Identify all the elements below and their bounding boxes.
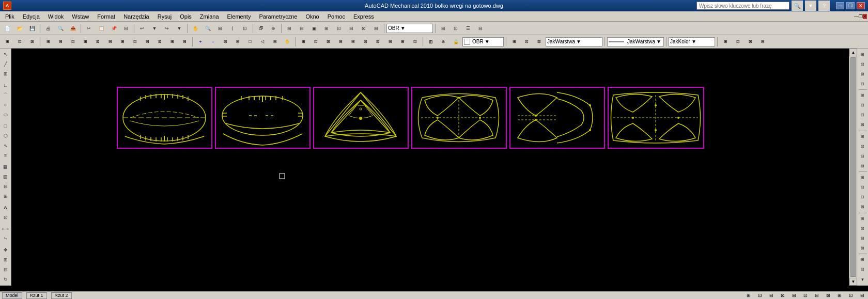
tb2-ly2[interactable]: ⊡ xyxy=(521,37,532,47)
rt-btn12[interactable]: ⊠ xyxy=(858,161,867,170)
rt-btn7[interactable]: ⊟ xyxy=(858,111,867,120)
mirror-tool[interactable]: ⊟ xyxy=(1,265,10,274)
menu-edycja[interactable]: Edycja xyxy=(19,11,44,21)
rect-tool[interactable]: □ xyxy=(1,121,10,131)
tb2-7[interactable]: ⊞ xyxy=(80,37,91,47)
canvas-area[interactable] xyxy=(11,49,849,286)
scroll-up-button[interactable]: ▲ xyxy=(849,49,857,56)
zoom-window-button[interactable]: ⊞ xyxy=(214,23,226,34)
tb2-zoom-win2[interactable]: □ xyxy=(244,37,256,47)
plot-style-button[interactable]: ⊞ xyxy=(720,37,731,47)
line-tool[interactable]: ╱ xyxy=(1,59,10,69)
mtext-tool[interactable]: ⊡ xyxy=(1,213,10,222)
tb2-zoom-out[interactable]: − xyxy=(207,37,219,47)
otrack-button[interactable]: ⊡ xyxy=(802,293,809,298)
tb2-10[interactable]: ⊞ xyxy=(117,37,128,47)
matchprop-button[interactable]: ⊟ xyxy=(120,23,132,34)
tb-extra3[interactable]: ▣ xyxy=(308,23,320,34)
tb2-15[interactable]: ⊟ xyxy=(179,37,190,47)
paste-button[interactable]: 📌 xyxy=(108,23,119,34)
tb2-zoom-ext2[interactable]: ⊞ xyxy=(232,37,243,47)
layer-name-dropdown[interactable]: OBR ▼ xyxy=(462,37,504,46)
tb2-1[interactable]: ⊞ xyxy=(2,37,13,47)
select-tool[interactable]: ↖ xyxy=(1,50,10,59)
tb-extra2[interactable]: ⊟ xyxy=(296,23,307,34)
rt-btn5[interactable]: ⊞ xyxy=(858,91,867,100)
gradient-tool[interactable]: ▧ xyxy=(1,172,10,181)
search-button[interactable]: 🔍 xyxy=(792,1,803,11)
menu-format[interactable]: Format xyxy=(93,11,119,21)
rt-btn21[interactable]: ⊞ xyxy=(858,255,867,264)
menu-wstaw[interactable]: Wstaw xyxy=(68,11,93,21)
ellipse-tool[interactable]: ⬭ xyxy=(1,110,10,119)
redo-button[interactable]: ↪ xyxy=(161,23,173,34)
rt-btn13[interactable]: ⊞ xyxy=(858,173,867,182)
menu-okno[interactable]: Okno xyxy=(301,11,323,21)
doc-restore-button[interactable]: ❐ xyxy=(859,14,863,19)
tb2-extra3[interactable]: ⊠ xyxy=(322,37,334,47)
grid-button[interactable]: ⊡ xyxy=(756,293,764,298)
new-button[interactable]: 📄 xyxy=(2,23,13,34)
menu-elementy[interactable]: Elementy xyxy=(223,11,255,21)
clean-screen-button[interactable]: ⊟ xyxy=(859,293,866,298)
tb2-13[interactable]: ⊠ xyxy=(154,37,165,47)
tb-extra5[interactable]: ⊡ xyxy=(333,23,345,34)
menu-widok[interactable]: Widok xyxy=(44,11,68,21)
tb2-5[interactable]: ⊟ xyxy=(55,37,66,47)
scale-tool[interactable]: ⊡ xyxy=(1,285,10,286)
redo-dropdown-button[interactable]: ▼ xyxy=(174,23,185,34)
doc-minimize-button[interactable]: — xyxy=(854,14,859,19)
layout-tab-2[interactable]: Rzut 2 xyxy=(51,292,72,299)
tb2-extra2[interactable]: ⊡ xyxy=(310,37,321,47)
tb2-zoom-prev2[interactable]: ◁ xyxy=(257,37,268,47)
arc-tool[interactable]: ⌒ xyxy=(1,90,10,100)
menu-pomoc[interactable]: Pomoc xyxy=(323,11,349,21)
tb-extra4[interactable]: ⊞ xyxy=(321,23,332,34)
menu-plik[interactable]: Plik xyxy=(1,11,19,21)
scroll-thumb[interactable] xyxy=(850,57,856,277)
snap-button[interactable]: ⊞ xyxy=(745,293,752,298)
hatch-tool[interactable]: ▦ xyxy=(1,162,10,171)
ducs-button[interactable]: ⊟ xyxy=(813,293,820,298)
zoom-prev-button[interactable]: ⟨ xyxy=(227,23,238,34)
rotate-tool[interactable]: ↻ xyxy=(1,275,10,284)
dyn-button[interactable]: ⊠ xyxy=(825,293,832,298)
undo-dropdown-button[interactable]: ▼ xyxy=(149,23,160,34)
tb2-ly1[interactable]: ⊞ xyxy=(508,37,520,47)
publish-button[interactable]: 📤 xyxy=(67,23,79,34)
tb-extra1[interactable]: ⊞ xyxy=(284,23,295,34)
save-button[interactable]: 💾 xyxy=(26,23,38,34)
rt-btn17[interactable]: ⊞ xyxy=(858,214,867,223)
rt-btn19[interactable]: ⊟ xyxy=(858,233,867,243)
tb2-extra7[interactable]: ⊠ xyxy=(372,37,383,47)
tb-extra7[interactable]: ⊠ xyxy=(358,23,369,34)
lineweight-dropdown[interactable]: JakWarstwa ▼ xyxy=(607,37,664,46)
3dorbit-button[interactable]: ⊕ xyxy=(268,23,279,34)
tb2-extra10[interactable]: ⊡ xyxy=(409,37,421,47)
model-space-button[interactable]: ⊡ xyxy=(847,293,855,298)
rt-btn20[interactable]: ⊠ xyxy=(858,243,867,253)
rt-btn3[interactable]: ⊠ xyxy=(858,69,867,78)
dim-tool[interactable]: ⟷ xyxy=(1,224,10,233)
layer-sort-button[interactable]: ⊠ xyxy=(745,37,756,47)
tb2-extra4[interactable]: ⊟ xyxy=(335,37,346,47)
menu-rysuj[interactable]: Rysuj xyxy=(153,11,176,21)
multiline-tool[interactable]: ≡ xyxy=(1,151,10,160)
rt-btn16[interactable]: ⊠ xyxy=(858,202,867,212)
copy-button[interactable]: 📋 xyxy=(96,23,107,34)
rt-btn6[interactable]: ⊡ xyxy=(858,101,867,110)
rt-btn15[interactable]: ⊟ xyxy=(858,193,867,202)
rt-btn4[interactable]: ⊟ xyxy=(858,79,867,88)
rt-btn22[interactable]: ⊡ xyxy=(858,265,867,274)
print-button[interactable]: 🖨 xyxy=(42,23,54,34)
rt-btn18[interactable]: ⊡ xyxy=(858,224,867,233)
tb2-extra6[interactable]: ⊡ xyxy=(360,37,371,47)
tb2-8[interactable]: ⊠ xyxy=(92,37,103,47)
rt-btn11[interactable]: ⊟ xyxy=(858,151,867,161)
layout-tab-1[interactable]: Rzut 1 xyxy=(26,292,47,299)
menu-opis[interactable]: Opis xyxy=(176,11,196,21)
tb2-14[interactable]: ⊞ xyxy=(166,37,178,47)
layer-list-button[interactable]: ⊡ xyxy=(732,37,743,47)
open-button[interactable]: 📂 xyxy=(14,23,25,34)
layer-props-button[interactable]: ⊞ xyxy=(438,23,449,34)
